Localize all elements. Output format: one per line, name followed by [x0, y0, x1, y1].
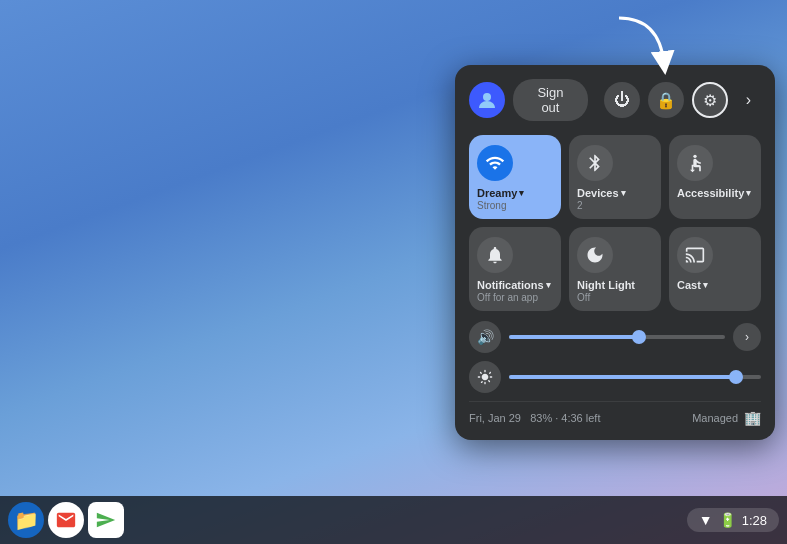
quick-settings-panel: Sign out ⏻ 🔒 ⚙ › Dreamy ▾ Stro [455, 65, 775, 440]
volume-slider-fill [509, 335, 639, 339]
volume-slider-row: 🔊 › [469, 321, 761, 353]
volume-slider-track[interactable] [509, 335, 725, 339]
brightness-slider-thumb[interactable] [729, 370, 743, 384]
wifi-status-icon: ▼ [699, 512, 713, 528]
tile-devices[interactable]: Devices ▾ 2 [569, 135, 661, 219]
svg-point-1 [693, 155, 696, 158]
devices-label: Devices ▾ [577, 187, 626, 199]
taskbar: 📁 ▼ 🔋 1:28 [0, 496, 787, 544]
managed-label: Managed [692, 412, 738, 424]
tile-cast[interactable]: Cast ▾ [669, 227, 761, 311]
settings-icon: ⚙ [703, 91, 717, 110]
files-app-icon[interactable]: 📁 [8, 502, 44, 538]
wifi-tile-icon [477, 145, 513, 181]
brightness-slider-track[interactable] [509, 375, 761, 379]
panel-chevron-button[interactable]: › [736, 82, 761, 118]
notifications-sublabel: Off for an app [477, 292, 538, 303]
power-icon: ⏻ [614, 91, 630, 109]
power-button[interactable]: ⏻ [604, 82, 640, 118]
accessibility-dropdown-icon: ▾ [746, 188, 751, 198]
date-battery-info: Fri, Jan 29 83% · 4:36 left [469, 412, 600, 424]
dreamy-sublabel: Strong [477, 200, 506, 211]
brightness-icon[interactable] [469, 361, 501, 393]
gmail-app-icon[interactable] [48, 502, 84, 538]
brightness-slider-fill [509, 375, 736, 379]
system-tray[interactable]: ▼ 🔋 1:28 [687, 508, 779, 532]
devices-sublabel: 2 [577, 200, 583, 211]
lock-button[interactable]: 🔒 [648, 82, 684, 118]
taskbar-apps: 📁 [8, 502, 124, 538]
managed-section: Managed 🏢 [692, 410, 761, 426]
panel-bottom: Fri, Jan 29 83% · 4:36 left Managed 🏢 [469, 401, 761, 426]
accessibility-tile-icon [677, 145, 713, 181]
volume-expand-button[interactable]: › [733, 323, 761, 351]
dreamy-label: Dreamy ▾ [477, 187, 524, 199]
settings-button[interactable]: ⚙ [692, 82, 728, 118]
tile-dreamy[interactable]: Dreamy ▾ Strong [469, 135, 561, 219]
play-app-icon[interactable] [88, 502, 124, 538]
nightlight-sublabel: Off [577, 292, 590, 303]
devices-dropdown-icon: ▾ [621, 188, 626, 198]
sliders-section: 🔊 › [469, 321, 761, 393]
nightlight-tile-icon [577, 237, 613, 273]
quick-tiles-grid: Dreamy ▾ Strong Devices ▾ 2 [469, 135, 761, 311]
avatar[interactable] [469, 82, 505, 118]
cast-tile-icon [677, 237, 713, 273]
system-time: 1:28 [742, 513, 767, 528]
battery-status-icon: 🔋 [719, 512, 736, 528]
cast-dropdown-icon: ▾ [703, 280, 708, 290]
brightness-slider-row [469, 361, 761, 393]
arrow-indicator [599, 8, 679, 78]
volume-slider-thumb[interactable] [632, 330, 646, 344]
volume-icon[interactable]: 🔊 [469, 321, 501, 353]
tile-nightlight[interactable]: Night Light Off [569, 227, 661, 311]
accessibility-label: Accessibility ▾ [677, 187, 751, 199]
managed-icon: 🏢 [744, 410, 761, 426]
tile-notifications[interactable]: Notifications ▾ Off for an app [469, 227, 561, 311]
bluetooth-tile-icon [577, 145, 613, 181]
panel-top-row: Sign out ⏻ 🔒 ⚙ › [469, 79, 761, 121]
svg-point-0 [483, 93, 491, 101]
notifications-tile-icon [477, 237, 513, 273]
sign-out-button[interactable]: Sign out [513, 79, 588, 121]
notifications-label: Notifications ▾ [477, 279, 551, 291]
cast-label: Cast ▾ [677, 279, 708, 291]
chevron-icon: › [746, 91, 751, 109]
tile-accessibility[interactable]: Accessibility ▾ [669, 135, 761, 219]
notifications-dropdown-icon: ▾ [546, 280, 551, 290]
lock-icon: 🔒 [656, 91, 676, 110]
dreamy-dropdown-icon: ▾ [519, 188, 524, 198]
nightlight-label: Night Light [577, 279, 635, 291]
